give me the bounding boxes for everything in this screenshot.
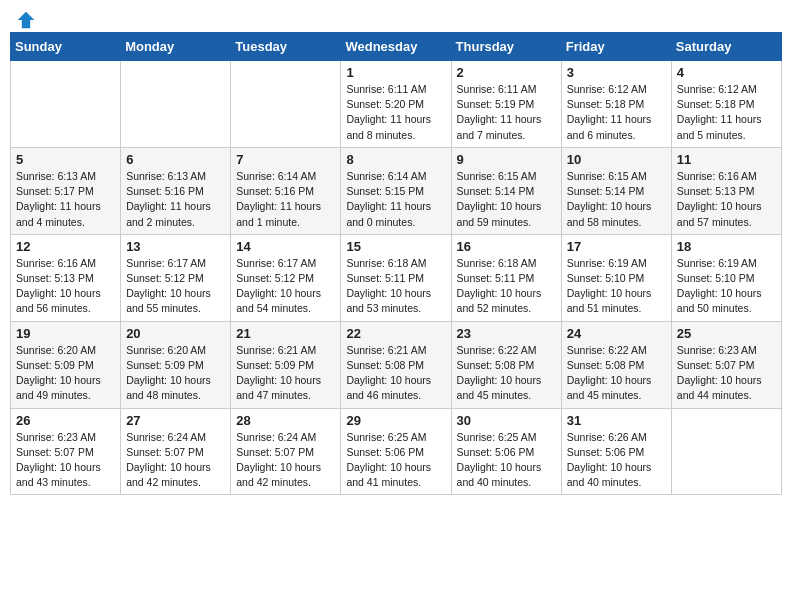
day-info: Sunrise: 6:20 AM Sunset: 5:09 PM Dayligh… — [126, 343, 225, 404]
day-number: 16 — [457, 239, 556, 254]
calendar-cell: 18Sunrise: 6:19 AM Sunset: 5:10 PM Dayli… — [671, 234, 781, 321]
day-number: 26 — [16, 413, 115, 428]
calendar-cell — [231, 61, 341, 148]
calendar-cell: 8Sunrise: 6:14 AM Sunset: 5:15 PM Daylig… — [341, 147, 451, 234]
day-info: Sunrise: 6:15 AM Sunset: 5:14 PM Dayligh… — [567, 169, 666, 230]
calendar-cell: 20Sunrise: 6:20 AM Sunset: 5:09 PM Dayli… — [121, 321, 231, 408]
day-info: Sunrise: 6:25 AM Sunset: 5:06 PM Dayligh… — [346, 430, 445, 491]
day-info: Sunrise: 6:24 AM Sunset: 5:07 PM Dayligh… — [236, 430, 335, 491]
calendar-cell: 14Sunrise: 6:17 AM Sunset: 5:12 PM Dayli… — [231, 234, 341, 321]
day-number: 2 — [457, 65, 556, 80]
day-number: 8 — [346, 152, 445, 167]
calendar-cell: 28Sunrise: 6:24 AM Sunset: 5:07 PM Dayli… — [231, 408, 341, 495]
day-info: Sunrise: 6:18 AM Sunset: 5:11 PM Dayligh… — [346, 256, 445, 317]
calendar-cell: 23Sunrise: 6:22 AM Sunset: 5:08 PM Dayli… — [451, 321, 561, 408]
calendar-cell: 7Sunrise: 6:14 AM Sunset: 5:16 PM Daylig… — [231, 147, 341, 234]
calendar-cell: 3Sunrise: 6:12 AM Sunset: 5:18 PM Daylig… — [561, 61, 671, 148]
calendar-cell: 31Sunrise: 6:26 AM Sunset: 5:06 PM Dayli… — [561, 408, 671, 495]
calendar-week-5: 26Sunrise: 6:23 AM Sunset: 5:07 PM Dayli… — [11, 408, 782, 495]
day-number: 11 — [677, 152, 776, 167]
day-number: 22 — [346, 326, 445, 341]
day-info: Sunrise: 6:19 AM Sunset: 5:10 PM Dayligh… — [567, 256, 666, 317]
day-number: 15 — [346, 239, 445, 254]
day-number: 13 — [126, 239, 225, 254]
weekday-header-tuesday: Tuesday — [231, 33, 341, 61]
day-number: 21 — [236, 326, 335, 341]
day-info: Sunrise: 6:12 AM Sunset: 5:18 PM Dayligh… — [677, 82, 776, 143]
day-number: 20 — [126, 326, 225, 341]
calendar-cell: 4Sunrise: 6:12 AM Sunset: 5:18 PM Daylig… — [671, 61, 781, 148]
day-info: Sunrise: 6:11 AM Sunset: 5:20 PM Dayligh… — [346, 82, 445, 143]
day-number: 4 — [677, 65, 776, 80]
day-number: 31 — [567, 413, 666, 428]
day-number: 5 — [16, 152, 115, 167]
day-info: Sunrise: 6:13 AM Sunset: 5:16 PM Dayligh… — [126, 169, 225, 230]
day-info: Sunrise: 6:23 AM Sunset: 5:07 PM Dayligh… — [677, 343, 776, 404]
calendar-cell: 29Sunrise: 6:25 AM Sunset: 5:06 PM Dayli… — [341, 408, 451, 495]
day-number: 3 — [567, 65, 666, 80]
day-info: Sunrise: 6:25 AM Sunset: 5:06 PM Dayligh… — [457, 430, 556, 491]
calendar-cell: 16Sunrise: 6:18 AM Sunset: 5:11 PM Dayli… — [451, 234, 561, 321]
day-info: Sunrise: 6:22 AM Sunset: 5:08 PM Dayligh… — [457, 343, 556, 404]
weekday-header-monday: Monday — [121, 33, 231, 61]
weekday-header-friday: Friday — [561, 33, 671, 61]
day-info: Sunrise: 6:13 AM Sunset: 5:17 PM Dayligh… — [16, 169, 115, 230]
day-number: 18 — [677, 239, 776, 254]
day-info: Sunrise: 6:17 AM Sunset: 5:12 PM Dayligh… — [236, 256, 335, 317]
calendar-cell: 25Sunrise: 6:23 AM Sunset: 5:07 PM Dayli… — [671, 321, 781, 408]
day-info: Sunrise: 6:11 AM Sunset: 5:19 PM Dayligh… — [457, 82, 556, 143]
calendar-cell: 27Sunrise: 6:24 AM Sunset: 5:07 PM Dayli… — [121, 408, 231, 495]
day-info: Sunrise: 6:14 AM Sunset: 5:16 PM Dayligh… — [236, 169, 335, 230]
day-number: 6 — [126, 152, 225, 167]
calendar-week-1: 1Sunrise: 6:11 AM Sunset: 5:20 PM Daylig… — [11, 61, 782, 148]
weekday-header-saturday: Saturday — [671, 33, 781, 61]
calendar-cell: 9Sunrise: 6:15 AM Sunset: 5:14 PM Daylig… — [451, 147, 561, 234]
page-header — [10, 10, 782, 26]
calendar-cell: 11Sunrise: 6:16 AM Sunset: 5:13 PM Dayli… — [671, 147, 781, 234]
calendar-week-4: 19Sunrise: 6:20 AM Sunset: 5:09 PM Dayli… — [11, 321, 782, 408]
logo-icon — [16, 10, 36, 30]
day-number: 19 — [16, 326, 115, 341]
day-info: Sunrise: 6:14 AM Sunset: 5:15 PM Dayligh… — [346, 169, 445, 230]
day-number: 14 — [236, 239, 335, 254]
day-info: Sunrise: 6:21 AM Sunset: 5:09 PM Dayligh… — [236, 343, 335, 404]
calendar-cell: 2Sunrise: 6:11 AM Sunset: 5:19 PM Daylig… — [451, 61, 561, 148]
calendar-week-3: 12Sunrise: 6:16 AM Sunset: 5:13 PM Dayli… — [11, 234, 782, 321]
calendar-cell: 24Sunrise: 6:22 AM Sunset: 5:08 PM Dayli… — [561, 321, 671, 408]
day-info: Sunrise: 6:26 AM Sunset: 5:06 PM Dayligh… — [567, 430, 666, 491]
calendar-cell: 5Sunrise: 6:13 AM Sunset: 5:17 PM Daylig… — [11, 147, 121, 234]
calendar-cell — [11, 61, 121, 148]
day-number: 28 — [236, 413, 335, 428]
day-info: Sunrise: 6:20 AM Sunset: 5:09 PM Dayligh… — [16, 343, 115, 404]
calendar-cell: 6Sunrise: 6:13 AM Sunset: 5:16 PM Daylig… — [121, 147, 231, 234]
calendar-table: SundayMondayTuesdayWednesdayThursdayFrid… — [10, 32, 782, 495]
day-info: Sunrise: 6:23 AM Sunset: 5:07 PM Dayligh… — [16, 430, 115, 491]
calendar-cell: 15Sunrise: 6:18 AM Sunset: 5:11 PM Dayli… — [341, 234, 451, 321]
day-info: Sunrise: 6:16 AM Sunset: 5:13 PM Dayligh… — [677, 169, 776, 230]
day-info: Sunrise: 6:16 AM Sunset: 5:13 PM Dayligh… — [16, 256, 115, 317]
day-info: Sunrise: 6:12 AM Sunset: 5:18 PM Dayligh… — [567, 82, 666, 143]
calendar-cell: 17Sunrise: 6:19 AM Sunset: 5:10 PM Dayli… — [561, 234, 671, 321]
calendar-week-2: 5Sunrise: 6:13 AM Sunset: 5:17 PM Daylig… — [11, 147, 782, 234]
calendar-cell: 12Sunrise: 6:16 AM Sunset: 5:13 PM Dayli… — [11, 234, 121, 321]
day-number: 9 — [457, 152, 556, 167]
day-number: 17 — [567, 239, 666, 254]
calendar-cell — [121, 61, 231, 148]
weekday-header-sunday: Sunday — [11, 33, 121, 61]
day-number: 23 — [457, 326, 556, 341]
day-info: Sunrise: 6:22 AM Sunset: 5:08 PM Dayligh… — [567, 343, 666, 404]
calendar-cell — [671, 408, 781, 495]
calendar-cell: 10Sunrise: 6:15 AM Sunset: 5:14 PM Dayli… — [561, 147, 671, 234]
day-info: Sunrise: 6:17 AM Sunset: 5:12 PM Dayligh… — [126, 256, 225, 317]
svg-marker-0 — [18, 12, 35, 29]
weekday-header-wednesday: Wednesday — [341, 33, 451, 61]
day-number: 12 — [16, 239, 115, 254]
day-number: 29 — [346, 413, 445, 428]
calendar-cell: 13Sunrise: 6:17 AM Sunset: 5:12 PM Dayli… — [121, 234, 231, 321]
day-info: Sunrise: 6:24 AM Sunset: 5:07 PM Dayligh… — [126, 430, 225, 491]
calendar-cell: 22Sunrise: 6:21 AM Sunset: 5:08 PM Dayli… — [341, 321, 451, 408]
day-number: 7 — [236, 152, 335, 167]
day-info: Sunrise: 6:18 AM Sunset: 5:11 PM Dayligh… — [457, 256, 556, 317]
weekday-header-row: SundayMondayTuesdayWednesdayThursdayFrid… — [11, 33, 782, 61]
calendar-cell: 30Sunrise: 6:25 AM Sunset: 5:06 PM Dayli… — [451, 408, 561, 495]
